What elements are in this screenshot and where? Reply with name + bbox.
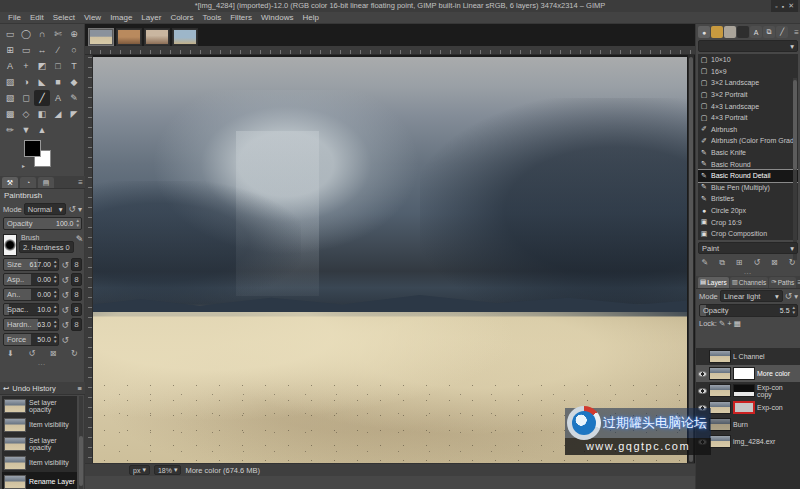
spacing-slider[interactable]: Spac.. 10.0 ▲▼ bbox=[3, 303, 59, 316]
tool-icon[interactable]: ▭ bbox=[18, 42, 34, 58]
tab-buffers-icon[interactable]: ⧉ bbox=[763, 26, 775, 38]
tool-icon[interactable]: A bbox=[2, 58, 18, 74]
force-reset-icon[interactable]: ↺ bbox=[61, 335, 69, 345]
preset-filter-select[interactable]: ▾ bbox=[698, 40, 798, 52]
dock-grip[interactable]: … bbox=[696, 269, 800, 276]
size-reset-icon[interactable]: ↺ bbox=[61, 260, 69, 270]
layer-mode-switch-icon[interactable]: ▾ bbox=[794, 292, 798, 301]
size-dynamics-icon[interactable]: 8 bbox=[71, 258, 82, 271]
tab-tool-presets-icon[interactable]: ● bbox=[698, 26, 710, 38]
opacity-slider[interactable]: Opacity 100.0 ▲▼ bbox=[3, 217, 82, 230]
tool-icon[interactable]: ◤ bbox=[66, 106, 82, 122]
menu-view[interactable]: View bbox=[80, 13, 105, 22]
undo-scrollbar[interactable] bbox=[79, 396, 83, 489]
undo-menu-icon[interactable]: ≡ bbox=[78, 384, 82, 393]
preset-item[interactable]: ✎Basic Knife bbox=[698, 147, 798, 159]
menu-image[interactable]: Image bbox=[106, 13, 136, 22]
tool-icon[interactable]: ▧ bbox=[2, 90, 18, 106]
spacing-dynamics-icon[interactable]: 8 bbox=[71, 303, 82, 316]
swap-colors-icon[interactable]: ▸ bbox=[22, 162, 30, 170]
mode-select[interactable]: Normal ▾ bbox=[24, 203, 67, 215]
image-tab[interactable] bbox=[116, 28, 142, 46]
preset-item[interactable]: ▢4×3 Landscape bbox=[698, 100, 798, 112]
undo-item[interactable]: Item visibility bbox=[2, 453, 77, 472]
menu-help[interactable]: Help bbox=[298, 13, 322, 22]
canvas-vertical-scrollbar[interactable] bbox=[688, 55, 694, 469]
undo-item[interactable]: Set layer opacity bbox=[2, 434, 77, 453]
angle-reset-icon[interactable]: ↺ bbox=[61, 290, 69, 300]
tab-palettes-icon[interactable] bbox=[737, 26, 749, 38]
foreground-color-swatch[interactable] bbox=[24, 140, 41, 157]
layer-opacity-slider[interactable]: Opacity 5.5 ▲▼ bbox=[699, 304, 798, 317]
tool-icon[interactable]: □ bbox=[50, 58, 66, 74]
image-tab[interactable] bbox=[144, 28, 170, 46]
brush-preview[interactable] bbox=[3, 234, 17, 256]
tool-icon[interactable]: ✏ bbox=[2, 122, 18, 138]
tool-icon[interactable]: + bbox=[18, 58, 34, 74]
aspect-slider[interactable]: Asp.. 0.00 ▲▼ bbox=[3, 273, 59, 286]
maximize-icon[interactable]: ▪ bbox=[782, 3, 784, 10]
tab-channels[interactable]: ▥Channels bbox=[730, 277, 769, 288]
layer-mask-thumbnail[interactable] bbox=[733, 384, 755, 397]
refresh-presets-icon[interactable]: ↻ bbox=[789, 258, 796, 267]
angle-dynamics-icon[interactable]: 8 bbox=[71, 288, 82, 301]
tool-icon[interactable]: ◣ bbox=[34, 74, 50, 90]
eye-icon[interactable] bbox=[698, 388, 707, 394]
tab-histogram-icon[interactable]: ▤ bbox=[38, 177, 54, 188]
menu-layer[interactable]: Layer bbox=[137, 13, 165, 22]
tool-icon[interactable]: ◯ bbox=[18, 26, 34, 42]
dock-menu-icon[interactable]: ≡ bbox=[78, 178, 83, 187]
menu-edit[interactable]: Edit bbox=[26, 13, 48, 22]
tab-paths[interactable]: ✑Paths bbox=[769, 277, 796, 288]
aspect-spinner[interactable]: ▲▼ bbox=[53, 275, 57, 284]
force-spinner[interactable]: ▲▼ bbox=[53, 335, 57, 344]
tool-icon[interactable]: ◇ bbox=[18, 106, 34, 122]
zoom-select[interactable]: 18% ▾ bbox=[154, 465, 182, 475]
tool-icon[interactable]: ✎ bbox=[66, 90, 82, 106]
reset-tool-icon[interactable]: ↻ bbox=[71, 349, 78, 358]
tool-icon[interactable]: ◢ bbox=[50, 106, 66, 122]
tool-icon[interactable]: ■ bbox=[50, 74, 66, 90]
undo-item[interactable]: Item visibility bbox=[2, 415, 77, 434]
preset-item-selected[interactable]: ✎Basic Round Detail bbox=[698, 170, 798, 182]
size-spinner[interactable]: ▲▼ bbox=[53, 260, 57, 269]
layer-mask-thumbnail-active[interactable] bbox=[733, 401, 755, 414]
presets-scrollbar[interactable] bbox=[793, 78, 797, 260]
tab-patterns-icon[interactable] bbox=[711, 26, 723, 38]
tool-icon[interactable]: A bbox=[50, 90, 66, 106]
spacing-spinner[interactable]: ▲▼ bbox=[53, 305, 57, 314]
preset-item[interactable]: ✎Blue Pen (Multiply) bbox=[698, 182, 798, 194]
restore-preset-icon[interactable]: ↺ bbox=[29, 349, 36, 358]
tab-layers[interactable]: ▤Layers bbox=[698, 277, 729, 288]
tool-icon[interactable]: ◻ bbox=[18, 90, 34, 106]
tab-brushes-icon[interactable]: ╱ bbox=[776, 26, 788, 38]
force-slider[interactable]: Force 50.0 ▲▼ bbox=[3, 333, 59, 346]
aspect-dynamics-icon[interactable]: 8 bbox=[71, 273, 82, 286]
layer-opacity-spinner[interactable]: ▲▼ bbox=[792, 306, 796, 315]
hardness-slider[interactable]: Hardn.. 63.0 ▲▼ bbox=[3, 318, 59, 331]
menu-file[interactable]: File bbox=[4, 13, 25, 22]
save-preset-icon[interactable]: ⬇ bbox=[7, 349, 14, 358]
edit-brush-icon[interactable]: ✎ bbox=[76, 234, 84, 244]
duplicate-preset-icon[interactable]: ⧉ bbox=[719, 258, 725, 268]
tool-icon[interactable]: ▼ bbox=[18, 122, 34, 138]
visibility-toggle[interactable] bbox=[698, 354, 707, 360]
tab-fonts-icon[interactable]: A bbox=[750, 26, 762, 38]
angle-spinner[interactable]: ▲▼ bbox=[53, 290, 57, 299]
preset-item[interactable]: ●Circle 20px bbox=[698, 205, 798, 217]
mode-reset-icon[interactable]: ↺ bbox=[68, 204, 76, 214]
tool-icon[interactable]: ∕ bbox=[50, 42, 66, 58]
tool-paintbrush-icon[interactable]: ╱ bbox=[34, 90, 50, 106]
close-icon[interactable]: ✕ bbox=[788, 2, 794, 10]
tool-icon[interactable]: ↔ bbox=[34, 42, 50, 58]
layer-row[interactable]: Exp-con bbox=[696, 399, 800, 416]
lock-pixels-icon[interactable]: ✎ bbox=[719, 319, 725, 328]
spacing-reset-icon[interactable]: ↺ bbox=[61, 305, 69, 315]
opacity-spinner[interactable]: ▲▼ bbox=[76, 219, 80, 228]
preset-item[interactable]: ▣Crop Composition bbox=[698, 228, 798, 240]
dock-menu-icon[interactable]: ≡ bbox=[794, 28, 799, 37]
tool-icon[interactable]: ◆ bbox=[66, 74, 82, 90]
restore-preset-icon[interactable]: ↺ bbox=[753, 258, 760, 267]
tab-device-status-icon[interactable]: ◔ bbox=[20, 177, 36, 188]
tool-icon[interactable]: ▨ bbox=[2, 74, 18, 90]
